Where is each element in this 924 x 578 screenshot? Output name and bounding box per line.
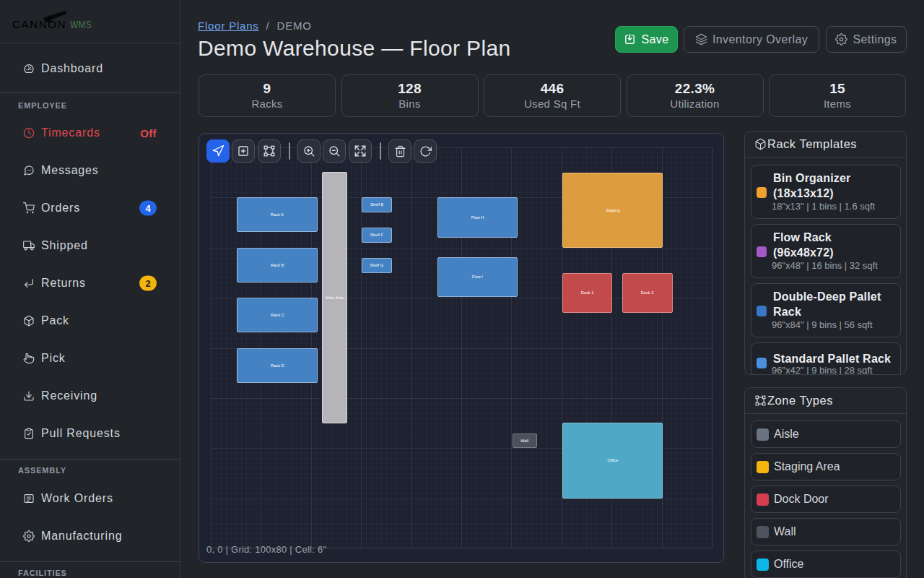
svg-text:WMS: WMS [70, 18, 92, 30]
svg-text:CANNON: CANNON [12, 18, 66, 30]
